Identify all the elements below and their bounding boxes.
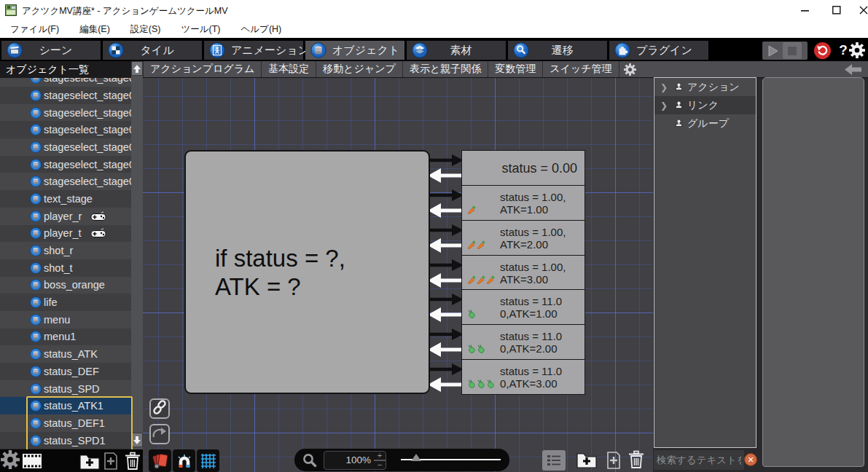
zoom-slider[interactable] [401,449,501,471]
zoom-decrease-icon[interactable]: − [374,460,386,469]
menu-item[interactable]: ツール(T) [171,20,230,38]
scroll-down-icon[interactable] [131,433,143,447]
settings-gear-icon[interactable] [849,42,867,60]
tab-plugin[interactable]: プラグイン [609,41,708,60]
tab-label: 遷移 [535,44,590,58]
link-target-node[interactable]: status = 1.00,ATK=2.00 [461,220,585,256]
object-list-item[interactable]: life [0,294,131,311]
object-list-item[interactable]: player_r [0,208,131,225]
tree-item-アクション[interactable]: ❯アクション [654,78,756,96]
object-name: stageselect_stage0 [44,78,131,84]
chevron-right-icon[interactable]: ❯ [654,82,673,93]
link-target-node[interactable]: status = 11.00,ATK=1.00 [461,289,585,325]
list-icon[interactable] [542,450,566,471]
play-icon[interactable] [767,44,780,58]
tab-scene[interactable]: シーン [1,41,101,60]
object-list-item[interactable]: status_SPD [0,380,131,398]
delete-trash-icon[interactable] [625,449,647,471]
object-cylinder-icon [30,193,42,205]
add-folder-icon[interactable] [78,451,101,471]
editor-tab[interactable]: 移動とジャンプ [316,61,403,77]
link-target-node[interactable]: status = 11.00,ATK=3.00 [461,359,585,395]
link-target-node[interactable]: status = 1.00,ATK=1.00 [461,185,585,221]
object-list-item[interactable]: text_stage [0,190,131,208]
object-list-item[interactable]: status_ATK1 [0,397,131,414]
tree-item-グループ[interactable]: ❯グループ [654,114,756,133]
add-folder-icon[interactable] [574,449,599,471]
tab-object[interactable]: オブジェクト [305,41,404,60]
menu-item[interactable]: 設定(S) [120,20,171,38]
help-icon[interactable]: ? [836,41,851,60]
tree-item-リンク[interactable]: ❯リンク [654,96,756,114]
object-list-item[interactable]: status_DEF [0,363,131,380]
object-list-scrollbar[interactable] [131,61,143,449]
editor-tab[interactable]: 表示と親子関係 [403,61,488,77]
editor-tab[interactable]: アクションプログラム [143,61,262,77]
delete-trash-icon[interactable] [122,451,143,471]
add-page-icon[interactable] [603,450,624,471]
redo-tool-button[interactable] [149,424,170,444]
add-page-icon[interactable] [101,451,121,471]
left-arrow-icon[interactable] [845,64,862,78]
object-list-item[interactable]: status_ATK [0,345,131,363]
grid-icon[interactable] [197,449,219,472]
link-tool-button[interactable] [149,398,170,419]
undo-icon[interactable] [814,42,831,59]
editor-tab[interactable]: スイッチ管理 [543,61,619,77]
link-icon [152,400,167,417]
object-list-item[interactable]: status_DEF1 [0,414,131,432]
link-target-node[interactable]: status = 11.00,ATK=2.00 [461,324,585,360]
settings-gear-icon[interactable] [0,451,20,471]
object-list-item[interactable]: stageselect_stage0 [0,173,131,190]
magnet-icon[interactable] [173,449,195,472]
tab-material[interactable]: 素材 [407,41,506,60]
maximize-button[interactable] [824,3,849,17]
object-list-item[interactable]: player_t [0,225,131,243]
menu-item[interactable]: ファイル(F) [0,20,69,38]
tab-tile[interactable]: タイル [103,41,202,60]
object-list-item[interactable]: stageselect_stage0 [0,121,131,138]
stop-icon[interactable] [783,42,802,59]
link-target-node[interactable]: status = 1.00,ATK=3.00 [461,255,585,291]
object-list-item[interactable]: stageselect_stage0 [0,78,131,87]
settings-gear-icon[interactable] [623,62,638,76]
search-input[interactable] [654,450,744,470]
object-panel-toolbar [0,449,143,472]
animation-strip-icon[interactable] [20,451,42,471]
close-icon[interactable]: ✕ [744,453,757,466]
sprout-icon [467,379,476,388]
object-list-item[interactable]: status_SPD1 [0,432,131,449]
object-list-item[interactable]: stageselect_stage0 [0,104,131,122]
zoom-increase-icon[interactable]: + [374,452,386,460]
object-list-item[interactable]: shot_t [0,259,131,277]
app-logo-icon [5,4,17,16]
chevron-right-icon[interactable]: ❯ [654,101,673,111]
object-list-item[interactable]: stageselect_stage0 [0,156,131,173]
object-list-item[interactable]: boss_orange [0,277,131,294]
tab-transition[interactable]: 遷移 [508,41,607,60]
object-list-item[interactable]: menu1 [0,329,131,346]
minimize-button[interactable] [793,3,818,17]
menu-item[interactable]: 編集(E) [69,20,120,38]
object-name: boss_orange [44,279,105,291]
zoom-value-field[interactable]: 100% + − [324,451,386,470]
zoom-stepper: + − [374,452,386,469]
object-list-item[interactable]: shot_r [0,242,131,259]
editor-tab[interactable]: 変数管理 [488,61,543,77]
close-button[interactable] [859,3,868,17]
object-cylinder-icon [30,78,42,84]
object-list-item[interactable]: stageselect_stage0 [0,138,131,156]
gamepad-icon [90,211,106,221]
zoom-slider-thumb[interactable] [411,454,421,461]
tab-animation[interactable]: アニメーション [204,41,303,60]
link-target-node[interactable]: status = 0.00 [461,150,585,186]
cards-icon[interactable] [149,449,171,472]
action-program-canvas[interactable]: if status = ?, ATK = ? status = 0.00stat… [143,78,653,472]
editor-tab[interactable]: 基本設定 [262,61,316,77]
object-list-item[interactable]: menu [0,311,131,329]
menu-item[interactable]: ヘルプ(H) [231,20,292,38]
object-list-item[interactable]: stageselect_stage0 [0,87,131,104]
action-node-main[interactable]: if status = ?, ATK = ? [184,150,430,394]
action-node-text-line1: if status = ?, [215,244,429,272]
scroll-up-icon[interactable] [131,61,143,76]
